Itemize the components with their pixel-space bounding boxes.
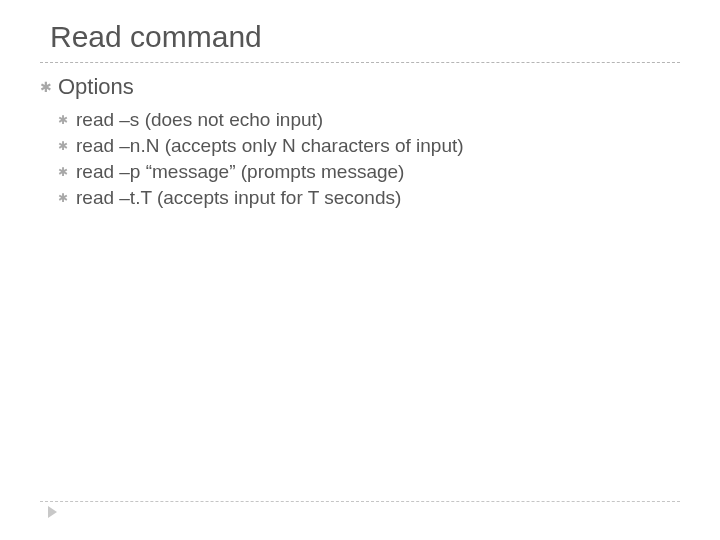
bullet-icon: ✱ [58,159,76,185]
item-text: read –t.T (accepts input for T seconds) [76,185,401,211]
item-list: ✱ read –s (does not echo input) ✱ read –… [40,107,680,211]
list-item: ✱ read –p “message” (prompts message) [58,159,680,185]
bullet-icon: ✱ [58,107,76,133]
bullet-icon: ✱ [58,185,76,211]
slide: Read command ✱ Options ✱ read –s (does n… [0,0,720,540]
subtitle-row: ✱ Options [40,73,680,107]
item-text: read –s (does not echo input) [76,107,323,133]
list-item: ✱ read –t.T (accepts input for T seconds… [58,185,680,211]
slide-title: Read command [50,20,680,54]
item-text: read –p “message” (prompts message) [76,159,404,185]
list-item: ✱ read –n.N (accepts only N characters o… [58,133,680,159]
subtitle: Options [58,73,134,101]
divider-top [40,62,680,63]
bullet-icon: ✱ [58,133,76,159]
list-item: ✱ read –s (does not echo input) [58,107,680,133]
triangle-icon [48,506,57,518]
item-text: read –n.N (accepts only N characters of … [76,133,464,159]
divider-bottom [40,501,680,502]
bullet-icon: ✱ [40,73,58,101]
